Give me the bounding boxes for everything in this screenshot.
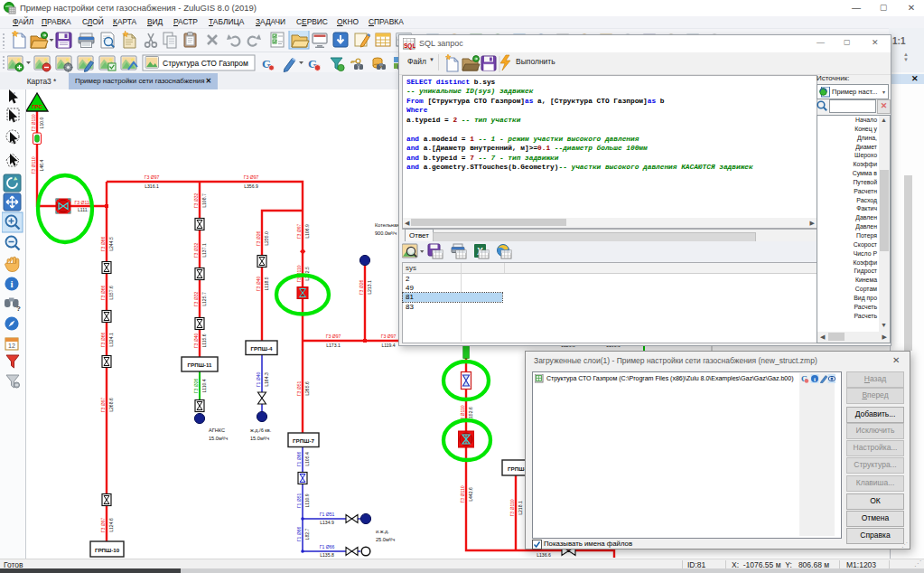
svg-text:L124.6: L124.6 <box>108 518 114 532</box>
svg-text:L137.1: L137.1 <box>201 243 207 258</box>
svg-text:Г3 Ø32: Г3 Ø32 <box>193 243 199 258</box>
svg-text:Г3 Ø40: Г3 Ø40 <box>256 277 261 292</box>
svg-text:15.0м³/ч: 15.0м³/ч <box>209 436 228 441</box>
svg-text:L106.9: L106.9 <box>304 224 310 239</box>
svg-text:Г3 Ø26: Г3 Ø26 <box>359 280 364 296</box>
svg-text:ж.д./6 кв.: ж.д./6 кв. <box>250 427 272 433</box>
svg-text:Г3 Ø97: Г3 Ø97 <box>100 518 106 533</box>
svg-text:Г3 Ø32: Г3 Ø32 <box>193 193 199 209</box>
svg-text:L265.6: L265.6 <box>304 381 310 396</box>
svg-text:L157.6: L157.6 <box>108 286 114 300</box>
svg-text:L356.9: L356.9 <box>244 183 258 189</box>
svg-text:?: ? <box>16 305 21 313</box>
svg-text:L442.6: L442.6 <box>468 487 473 502</box>
svg-text:Г3 Ø26: Г3 Ø26 <box>193 379 199 394</box>
svg-text:Г3 Ø32: Г3 Ø32 <box>193 292 199 307</box>
svg-text:i: i <box>814 376 816 383</box>
svg-text:L134.9: L134.9 <box>320 520 334 525</box>
svg-text:Г3 Ø97: Г3 Ø97 <box>381 333 397 339</box>
svg-text:L105.4: L105.4 <box>304 452 310 466</box>
svg-text:АГНКС: АГНКС <box>209 427 225 433</box>
svg-text:Г3 Ø110: Г3 Ø110 <box>31 114 36 131</box>
svg-text:L316.1: L316.1 <box>145 183 159 189</box>
svg-text:Г3 Ø66: Г3 Ø66 <box>100 237 106 252</box>
svg-text:Г3 Ø51: Г3 Ø51 <box>296 381 302 397</box>
svg-text:L82.7: L82.7 <box>304 528 310 540</box>
svg-text:L10.0: L10.0 <box>39 117 44 128</box>
svg-text:Г3 Ø110: Г3 Ø110 <box>74 200 91 205</box>
svg-text:L213.1: L213.1 <box>367 280 372 295</box>
svg-text:Г1 Ø66: Г1 Ø66 <box>296 527 302 542</box>
svg-text:Г3 Ø110: Г3 Ø110 <box>509 499 515 516</box>
svg-text:ГРС: ГРС <box>32 104 42 109</box>
svg-text:Г3 Ø97: Г3 Ø97 <box>145 174 160 180</box>
svg-text:L124.1: L124.1 <box>108 333 114 347</box>
svg-text:i: i <box>10 278 13 289</box>
svg-text:L135.8: L135.8 <box>320 552 334 558</box>
svg-text:Г1 Ø40: Г1 Ø40 <box>256 372 261 388</box>
svg-text:Г3 Ø40: Г3 Ø40 <box>193 333 199 349</box>
svg-text:Г3 Ø97: Г3 Ø97 <box>296 224 302 240</box>
svg-text:L115.6: L115.6 <box>201 333 207 347</box>
svg-text:Г3 Ø26: Г3 Ø26 <box>256 231 261 247</box>
svg-text:Г1 Ø51: Г1 Ø51 <box>320 512 335 517</box>
svg-text:L136.6: L136.6 <box>537 552 551 558</box>
svg-text:Котельная: Котельная <box>375 222 399 228</box>
svg-text:Г3 Ø66: Г3 Ø66 <box>100 286 106 301</box>
svg-text:L173.1: L173.1 <box>326 343 341 348</box>
svg-text:15.0м³/ч: 15.0м³/ч <box>250 436 269 441</box>
svg-text:ГРПШ-11: ГРПШ-11 <box>188 362 212 368</box>
svg-text:L119.4: L119.4 <box>381 343 395 348</box>
svg-text:Г3 Ø110: Г3 Ø110 <box>460 485 465 503</box>
svg-text:Г3 Ø66: Г3 Ø66 <box>100 333 106 348</box>
svg-text:L108.7: L108.7 <box>201 193 207 208</box>
svg-text:L218.1: L218.1 <box>518 501 523 515</box>
svg-text:Г3 Ø97: Г3 Ø97 <box>100 398 106 413</box>
svg-text:L111.: L111. <box>78 207 89 212</box>
svg-text:Г1 Ø66: Г1 Ø66 <box>296 452 302 467</box>
svg-text:ГРПШ-7: ГРПШ-7 <box>293 437 314 444</box>
svg-text:L164.3: L164.3 <box>264 372 269 387</box>
svg-text:L125.7: L125.7 <box>201 292 207 306</box>
svg-text:25.0м³/ч: 25.0м³/ч <box>376 537 395 542</box>
svg-text:Г1 Ø51: Г1 Ø51 <box>296 493 302 509</box>
svg-text:L46.4: L46.4 <box>39 159 44 171</box>
svg-text:L118.5: L118.5 <box>264 277 269 290</box>
svg-text:Г3 Ø97: Г3 Ø97 <box>244 174 259 180</box>
svg-text:L268.6: L268.6 <box>108 398 114 412</box>
svg-text:Г1 Ø66: Г1 Ø66 <box>320 544 335 550</box>
svg-text:Структура СТО Газпром: Структура СТО Газпром <box>163 59 248 68</box>
svg-text:L235.0: L235.0 <box>264 231 269 246</box>
svg-text:900.0м³/ч: 900.0м³/ч <box>375 230 397 236</box>
svg-text:12: 12 <box>8 343 15 349</box>
svg-text:Г3 Ø110: Г3 Ø110 <box>31 156 36 174</box>
svg-text:L244.5: L244.5 <box>108 237 114 251</box>
svg-text:L110.4: L110.4 <box>201 379 207 392</box>
svg-text:ГРПШ-4: ГРПШ-4 <box>251 345 273 352</box>
svg-text:ГРПШ-10: ГРПШ-10 <box>95 547 120 553</box>
svg-text:SQL: SQL <box>404 42 415 50</box>
svg-text:и.ж.д.: и.ж.д. <box>376 529 389 534</box>
svg-text:Г3 Ø97: Г3 Ø97 <box>326 333 341 339</box>
svg-text:L110.9: L110.9 <box>304 493 310 507</box>
